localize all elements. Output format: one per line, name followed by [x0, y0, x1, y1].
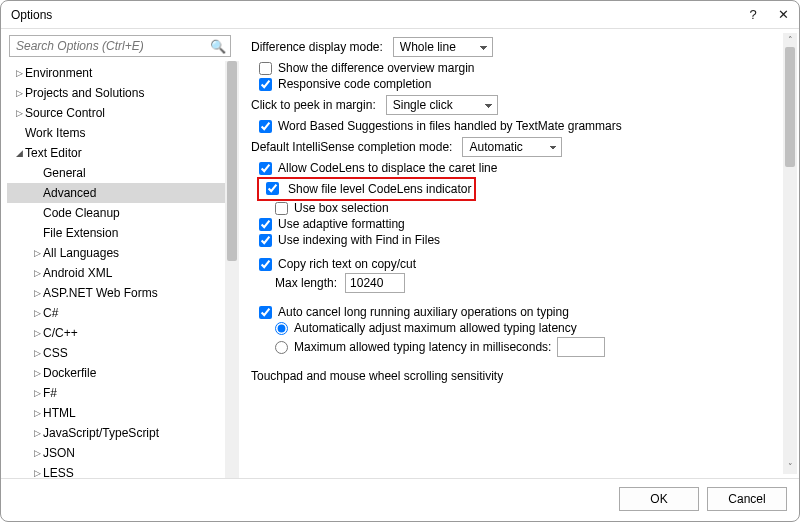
show-file-level-check[interactable] — [266, 182, 279, 195]
max-length-input[interactable] — [345, 273, 405, 293]
tree-item-android-xml[interactable]: ▷Android XML — [7, 263, 239, 283]
diff-mode-label: Difference display mode: — [251, 40, 383, 54]
show-overview-check[interactable] — [259, 62, 272, 75]
tree-item-file-extension[interactable]: File Extension — [7, 223, 239, 243]
tree-caret-icon[interactable]: ▷ — [31, 388, 43, 398]
intellisense-select[interactable]: Automatic — [462, 137, 562, 157]
help-icon[interactable]: ? — [745, 7, 761, 22]
tree-caret-icon[interactable]: ▷ — [31, 408, 43, 418]
tree-caret-icon[interactable]: ▷ — [31, 368, 43, 378]
tree-item-html[interactable]: ▷HTML — [7, 403, 239, 423]
auto-cancel-label: Auto cancel long running auxiliary opera… — [278, 305, 569, 319]
max-latency-label: Maximum allowed typing latency in millis… — [294, 340, 551, 354]
auto-adjust-radio[interactable] — [275, 322, 288, 335]
tree-item-javascript-typescript[interactable]: ▷JavaScript/TypeScript — [7, 423, 239, 443]
search-box[interactable]: 🔍 — [9, 35, 231, 57]
tree-item-all-languages[interactable]: ▷All Languages — [7, 243, 239, 263]
tree-caret-icon[interactable]: ▷ — [31, 448, 43, 458]
tree-item-label: All Languages — [43, 246, 119, 260]
dialog-footer: OK Cancel — [1, 478, 799, 521]
tree-caret-icon[interactable]: ▷ — [31, 428, 43, 438]
use-indexing-check[interactable] — [259, 234, 272, 247]
tree-item-label: Android XML — [43, 266, 112, 280]
use-indexing-label: Use indexing with Find in Files — [278, 233, 440, 247]
diff-mode-select[interactable]: Whole line — [393, 37, 493, 57]
tree-item-label: CSS — [43, 346, 68, 360]
scroll-up-icon[interactable]: ˄ — [783, 33, 797, 47]
search-input[interactable] — [14, 38, 210, 54]
pane-scrollbar[interactable]: ˄ ˅ — [783, 33, 797, 474]
dialog-body: 🔍 ▷Environment▷Projects and Solutions▷So… — [1, 29, 799, 521]
category-tree: ▷Environment▷Projects and Solutions▷Sour… — [7, 61, 239, 478]
tree-item-label: JSON — [43, 446, 75, 460]
copy-rich-check[interactable] — [259, 258, 272, 271]
use-box-label: Use box selection — [294, 201, 389, 215]
options-dialog: Options ? ✕ 🔍 ▷Environment▷Projects and … — [0, 0, 800, 522]
tree-item-label: LESS — [43, 466, 74, 478]
tree-caret-icon[interactable]: ▷ — [31, 268, 43, 278]
scrollbar-thumb[interactable] — [785, 47, 795, 167]
tree-caret-icon[interactable]: ▷ — [13, 68, 25, 78]
peek-label: Click to peek in margin: — [251, 98, 376, 112]
close-icon[interactable]: ✕ — [775, 7, 791, 22]
auto-cancel-check[interactable] — [259, 306, 272, 319]
tree-item-c-[interactable]: ▷C# — [7, 303, 239, 323]
tree-item-code-cleanup[interactable]: Code Cleanup — [7, 203, 239, 223]
tree-item-label: Work Items — [25, 126, 85, 140]
tree-caret-icon[interactable]: ▷ — [13, 88, 25, 98]
tree-item-f-[interactable]: ▷F# — [7, 383, 239, 403]
tree-item-label: HTML — [43, 406, 76, 420]
allow-codelens-label: Allow CodeLens to displace the caret lin… — [278, 161, 497, 175]
tree-item-label: C# — [43, 306, 58, 320]
tree-item-label: Code Cleanup — [43, 206, 120, 220]
tree-caret-icon[interactable]: ▷ — [31, 308, 43, 318]
intellisense-label: Default IntelliSense completion mode: — [251, 140, 452, 154]
tree-caret-icon[interactable]: ▷ — [31, 468, 43, 478]
tree-item-label: General — [43, 166, 86, 180]
tree-caret-icon[interactable]: ◢ — [13, 148, 25, 158]
tree-item-environment[interactable]: ▷Environment — [7, 63, 239, 83]
copy-rich-label: Copy rich text on copy/cut — [278, 257, 416, 271]
tree-item-label: Source Control — [25, 106, 105, 120]
tree-caret-icon[interactable]: ▷ — [31, 348, 43, 358]
tree-caret-icon[interactable]: ▷ — [31, 288, 43, 298]
auto-adjust-label: Automatically adjust maximum allowed typ… — [294, 321, 577, 335]
tree-item-label: Dockerfile — [43, 366, 96, 380]
tree-item-css[interactable]: ▷CSS — [7, 343, 239, 363]
tree-item-general[interactable]: General — [7, 163, 239, 183]
search-icon[interactable]: 🔍 — [210, 39, 226, 54]
tree-item-asp-net-web-forms[interactable]: ▷ASP.NET Web Forms — [7, 283, 239, 303]
cancel-button[interactable]: Cancel — [707, 487, 787, 511]
max-latency-radio[interactable] — [275, 341, 288, 354]
scrollbar-thumb[interactable] — [227, 61, 237, 261]
tree-item-json[interactable]: ▷JSON — [7, 443, 239, 463]
tree-item-advanced[interactable]: Advanced — [7, 183, 239, 203]
allow-codelens-check[interactable] — [259, 162, 272, 175]
show-file-level-label: Show file level CodeLens indicator — [288, 182, 471, 196]
tree-item-projects-and-solutions[interactable]: ▷Projects and Solutions — [7, 83, 239, 103]
ok-button[interactable]: OK — [619, 487, 699, 511]
left-panel: 🔍 ▷Environment▷Projects and Solutions▷So… — [1, 29, 239, 478]
tree-caret-icon[interactable]: ▷ — [13, 108, 25, 118]
tree-scrollbar[interactable] — [225, 61, 239, 478]
max-latency-input[interactable] — [557, 337, 605, 357]
scrollbar-track[interactable] — [783, 47, 797, 460]
responsive-cc-check[interactable] — [259, 78, 272, 91]
use-box-check[interactable] — [275, 202, 288, 215]
word-based-check[interactable] — [259, 120, 272, 133]
tree-caret-icon[interactable]: ▷ — [31, 328, 43, 338]
peek-select[interactable]: Single click — [386, 95, 498, 115]
tree-item-c-c-[interactable]: ▷C/C++ — [7, 323, 239, 343]
window-title: Options — [11, 8, 52, 22]
touchpad-label: Touchpad and mouse wheel scrolling sensi… — [251, 369, 503, 383]
tree-item-source-control[interactable]: ▷Source Control — [7, 103, 239, 123]
title-buttons: ? ✕ — [745, 7, 791, 22]
tree-item-work-items[interactable]: Work Items — [7, 123, 239, 143]
tree-item-dockerfile[interactable]: ▷Dockerfile — [7, 363, 239, 383]
tree-item-less[interactable]: ▷LESS — [7, 463, 239, 478]
use-adaptive-check[interactable] — [259, 218, 272, 231]
tree-item-text-editor[interactable]: ◢Text Editor — [7, 143, 239, 163]
show-overview-label: Show the difference overview margin — [278, 61, 475, 75]
tree-caret-icon[interactable]: ▷ — [31, 248, 43, 258]
scroll-down-icon[interactable]: ˅ — [783, 460, 797, 474]
